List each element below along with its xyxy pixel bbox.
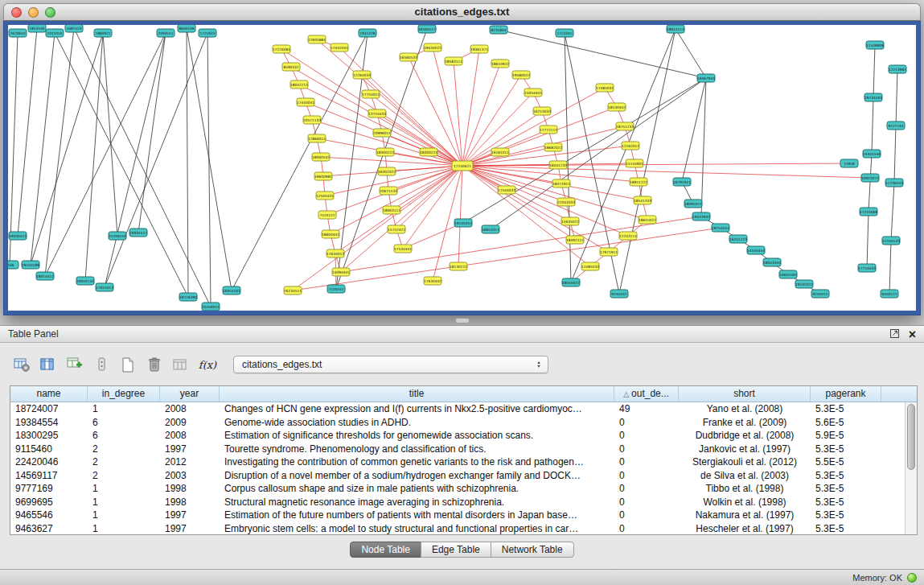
citation-network-graph[interactable]: 2620650185310620150501687423188492120935… — [8, 25, 916, 311]
graph-node[interactable]: 19145455 — [454, 219, 472, 227]
graph-node[interactable]: 18300225 — [420, 148, 437, 156]
graph-node[interactable]: 19361371 — [470, 45, 488, 53]
graph-node[interactable]: 19600981 — [314, 172, 332, 180]
graph-node[interactable]: 9245012 — [811, 290, 829, 298]
table-select[interactable]: citations_edges.txt ▲▼ — [233, 356, 548, 373]
graph-node[interactable]: 20456011 — [202, 303, 220, 311]
graph-node[interactable]: 10923072 — [861, 174, 879, 182]
graph-node[interactable]: 12104533 — [882, 237, 900, 245]
graph-node[interactable]: 12162011 — [622, 142, 639, 150]
graph-node[interactable]: 1721933 — [199, 29, 216, 37]
table-row[interactable]: 1938455462009Genome-wide association stu… — [10, 416, 905, 430]
graph-node[interactable]: 18254551 — [712, 224, 729, 232]
graph-node[interactable]: 16161011 — [491, 148, 509, 156]
graph-node[interactable]: 13754433 — [368, 109, 386, 117]
graph-node[interactable]: 17630442 — [424, 277, 441, 285]
graph-node[interactable]: 18095011 — [684, 200, 702, 208]
export-table-button[interactable] — [170, 355, 191, 375]
vertical-scrollbar[interactable] — [905, 402, 917, 534]
graph-node[interactable]: 17544033 — [498, 186, 515, 194]
graph-node[interactable]: 17772111 — [540, 126, 557, 134]
graph-node[interactable]: 1915378 — [359, 29, 376, 37]
table-row[interactable]: 1830029562008Estimation of significance … — [10, 429, 905, 443]
graph-node[interactable]: 15635022 — [561, 217, 579, 225]
graph-node[interactable]: 18044022 — [562, 278, 580, 286]
graph-node[interactable]: 20996011 — [373, 129, 391, 137]
window-titlebar[interactable]: citations_edges.txt — [3, 3, 921, 21]
column-header-pagerank[interactable]: pagerank — [811, 386, 881, 402]
graph-node[interactable]: 17754011 — [362, 90, 380, 98]
table-row[interactable]: 946554611997Estimation of the future num… — [10, 509, 905, 522]
zoom-window-button[interactable] — [45, 7, 55, 18]
graph-node[interactable]: 17055013 — [96, 283, 113, 291]
graph-node[interactable]: 18042211 — [290, 80, 308, 89]
graph-node[interactable]: 16853311 — [482, 225, 499, 233]
graph-node[interactable]: 9245032 — [610, 290, 628, 298]
column-header-year[interactable]: year — [160, 386, 220, 402]
graph-node[interactable]: 15054441 — [524, 89, 542, 97]
graph-node[interactable]: 8590332 — [282, 63, 300, 71]
graph-node[interactable]: 18063111 — [383, 206, 400, 214]
table-row[interactable]: 1456911722003Disruption of a novel membe… — [10, 469, 905, 483]
graph-node[interactable]: 16041233 — [549, 161, 567, 169]
graph-node[interactable]: 1723341 — [556, 29, 573, 37]
graph-node[interactable]: 19580022 — [512, 71, 530, 79]
column-header-title[interactable]: title — [220, 386, 614, 402]
graph-node[interactable]: 10604565 — [779, 270, 797, 278]
graph-node[interactable]: 2036 — [8, 261, 18, 269]
graph-node[interactable]: 14104454 — [747, 246, 765, 254]
graph-node[interactable]: 18914114 — [667, 25, 684, 33]
graph-node[interactable]: 18530442 — [608, 103, 626, 111]
graph-node[interactable]: 17444041 — [297, 98, 314, 106]
column-header-out_de[interactable]: △out_de... — [614, 386, 679, 402]
graph-node[interactable]: 17485031 — [596, 84, 614, 92]
graph-node[interactable]: 7524542 — [327, 285, 345, 293]
graph-node[interactable]: 2620650 — [9, 29, 27, 37]
create-table-button[interactable] — [117, 355, 138, 375]
table-options-button[interactable] — [11, 355, 32, 375]
graph-node[interactable]: 20935512 — [129, 229, 147, 237]
graph-node[interactable]: 20671533 — [380, 187, 397, 195]
graph-node[interactable]: 22605881 — [308, 35, 326, 43]
graph-node[interactable]: 12213987 — [889, 65, 906, 73]
graph-node[interactable]: 14094441 — [332, 268, 350, 276]
graph-node[interactable]: 16560517 — [418, 25, 436, 33]
graph-node[interactable]: 19734593 — [864, 93, 882, 101]
graph-node[interactable]: 18726390 — [179, 293, 197, 301]
graph-node[interactable]: 18610922 — [491, 60, 509, 68]
graph-node[interactable]: 25206550 — [109, 232, 126, 240]
graph-node[interactable]: 18043344 — [763, 258, 781, 266]
graph-node[interactable]: 16253033 — [533, 107, 551, 115]
graph-node[interactable]: 16302022 — [378, 167, 396, 175]
memory-indicator-icon[interactable] — [907, 573, 917, 583]
graph-node[interactable]: 14345546 — [863, 150, 881, 158]
function-builder-button[interactable]: f(x) — [197, 355, 218, 375]
graph-node[interactable]: 19434022 — [424, 43, 441, 51]
graph-node[interactable]: 19050133 — [76, 277, 94, 285]
graph-node[interactable]: 19245022 — [795, 280, 813, 288]
graph-node[interactable]: 18130222 — [450, 262, 467, 270]
table-row[interactable]: 2242004622012Investigating the contribut… — [10, 455, 905, 469]
graph-node[interactable]: 2015050 — [46, 29, 64, 37]
graph-node[interactable]: 18471911 — [552, 179, 570, 187]
graph-node[interactable]: 17971911 — [600, 248, 618, 256]
graph-node[interactable]: 76234511 — [284, 286, 302, 295]
graph-node[interactable]: 16560533 — [400, 53, 417, 61]
graph-node[interactable]: 1853106 — [28, 25, 46, 32]
close-window-button[interactable] — [11, 7, 22, 18]
table-row[interactable]: 911546021997Tourette syndrome. Phenomeno… — [10, 443, 905, 456]
graph-node[interactable]: 12264033 — [353, 71, 371, 79]
graph-node[interactable]: 1884921 — [94, 29, 112, 37]
graph-node[interactable]: 17226081 — [273, 45, 290, 53]
graph-node[interactable]: 19467944 — [697, 74, 715, 82]
tab-network-table[interactable]: Network Table — [491, 542, 574, 558]
graph-node[interactable]: 15752422 — [388, 225, 405, 233]
table-row[interactable]: 946362711997Embryonic stem cells: a mode… — [10, 522, 905, 535]
graph-node[interactable]: 12485033 — [581, 262, 599, 270]
select-columns-button[interactable] — [38, 355, 59, 375]
graph-node[interactable]: 8131804 — [490, 26, 507, 34]
graph-node[interactable]: 17442041 — [331, 43, 348, 51]
graph-node[interactable]: 18951222 — [630, 178, 647, 186]
graph-node[interactable]: 16251223 — [729, 235, 747, 243]
graph-node[interactable]: 18655022 — [639, 216, 656, 224]
